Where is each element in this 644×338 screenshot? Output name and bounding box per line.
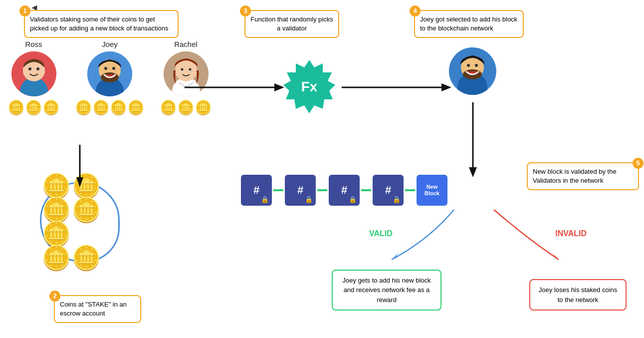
fx-function-block: Fx (279, 57, 339, 117)
step3-callout: 3 Function that randomly picks a validat… (244, 10, 339, 38)
joey-avatar (87, 51, 132, 96)
svg-marker-34 (552, 253, 559, 260)
step4-text: Joey got selected to add his block to th… (420, 15, 517, 32)
block-connector-4 (405, 189, 415, 191)
outcome-invalid-box: Joey loses his staked coins to the netwo… (529, 279, 627, 311)
joey-coins: 🪙🪙🪙🪙 (75, 99, 145, 116)
ross-coins: 🪙🪙🪙 (7, 99, 60, 116)
step5-badge: 5 (633, 158, 644, 169)
step5-text: New block is validated by the Validators… (533, 168, 617, 184)
staked-coins: 🪙🪙🪙🪙🪙🪙🪙 (40, 182, 120, 262)
outcome-valid-text: Joey gets to add his new block and recei… (342, 277, 430, 304)
rachel-label: Rachel (174, 40, 198, 48)
block-lock-1: 🔒 (261, 196, 269, 203)
new-block-label: NewBlock (425, 184, 439, 197)
invalid-label: INVALID (555, 229, 587, 238)
ross-avatar (11, 51, 56, 96)
step1-badge: 1 (19, 5, 30, 16)
outcome-invalid-text: Joey loses his staked coins to the netwo… (539, 286, 618, 304)
block-1: # 🔒 (241, 175, 272, 206)
rachel-coins: 🪙🪙🪙 (160, 99, 212, 116)
diagram-container: ◄ 1 Validators staking some of their coi… (0, 0, 644, 338)
block-2: # 🔒 (285, 175, 316, 206)
step2-text: Coins at "STAKE" in an escrow account (60, 301, 127, 317)
block-connector-2 (317, 189, 327, 191)
block-lock-2: 🔒 (305, 196, 313, 203)
step3-badge: 3 (240, 5, 251, 16)
block-connector-1 (273, 189, 283, 191)
svg-point-15 (181, 68, 183, 71)
block-lock-4: 🔒 (393, 196, 401, 203)
outcome-valid-box: Joey gets to add his new block and recei… (332, 270, 441, 311)
joey-label: Joey (102, 40, 118, 48)
step5-callout: 5 New block is validated by the Validato… (527, 162, 639, 190)
svg-point-10 (104, 67, 107, 70)
new-block: NewBlock (417, 175, 447, 206)
step1-text: Validators staking some of their coins t… (30, 15, 169, 32)
block-4: # 🔒 (373, 175, 404, 206)
step1-callout: 1 Validators staking some of their coins… (24, 10, 179, 38)
person-group: Ross 🪙🪙🪙 (7, 40, 212, 116)
svg-point-11 (112, 67, 115, 70)
person-rachel: Rachel � (160, 40, 212, 116)
svg-point-4 (28, 67, 31, 70)
block-hash-2: # (297, 184, 303, 197)
person-joey: Joey 🪙🪙🪙🪙 (75, 40, 145, 116)
step4-callout: 4 Joey got selected to add his block to … (414, 10, 524, 38)
person-ross: Ross 🪙🪙🪙 (7, 40, 60, 116)
valid-label: VALID (369, 229, 393, 238)
block-connector-3 (361, 189, 371, 191)
block-hash-3: # (341, 184, 347, 197)
svg-text:Fx: Fx (301, 79, 318, 94)
blockchain-row: # 🔒 # 🔒 # 🔒 # 🔒 NewBlock (239, 175, 449, 206)
svg-marker-32 (469, 167, 477, 177)
block-hash-1: # (253, 184, 259, 197)
step3-text: Function that randomly picks a validator (250, 15, 333, 32)
step2-callout: 2 Coins at "STAKE" in an escrow account (54, 295, 141, 323)
block-lock-3: 🔒 (349, 196, 357, 203)
svg-marker-33 (392, 252, 399, 260)
step4-badge: 4 (410, 5, 421, 16)
ross-label: Ross (25, 40, 42, 48)
svg-point-24 (475, 64, 478, 67)
svg-point-23 (467, 64, 470, 67)
joey-selected-avatar (449, 47, 496, 95)
step2-badge: 2 (49, 291, 60, 302)
rachel-avatar (164, 51, 209, 96)
block-hash-4: # (385, 184, 391, 197)
block-3: # 🔒 (329, 175, 360, 206)
svg-point-16 (189, 68, 191, 71)
svg-point-5 (36, 67, 39, 70)
